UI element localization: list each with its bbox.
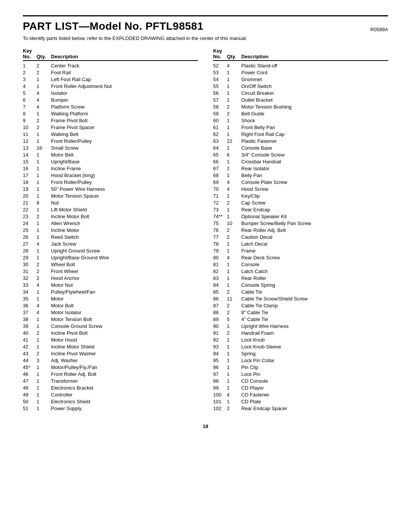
part-qty: 1	[227, 261, 241, 268]
part-qty: 1	[37, 152, 51, 158]
part-qty: 2	[37, 268, 51, 275]
part-qty: 1	[227, 69, 241, 76]
part-description: Console Spring	[241, 282, 388, 289]
part-description: Console Plate Screw	[241, 179, 388, 186]
part-description: Rear Endcap Spacer	[241, 405, 388, 412]
part-description: Power Cord	[241, 69, 388, 76]
part-number: 63	[213, 138, 227, 145]
part-qty: 1	[37, 138, 51, 145]
part-qty: 1	[227, 248, 241, 254]
part-qty: 1	[37, 158, 51, 165]
part-qty: 4	[37, 282, 51, 289]
part-description: Motor Tension Spacer	[51, 193, 198, 200]
part-qty: 1	[37, 296, 51, 302]
part-description: Reed Switch	[51, 234, 198, 241]
part-qty: 1	[227, 357, 241, 364]
part-description: Wheel Bolt	[51, 261, 198, 268]
part-number: 73	[213, 206, 227, 213]
part-number: 16	[23, 165, 37, 172]
right-col-header-row: No. Qty. Description	[213, 54, 388, 61]
part-description: Belly Pan	[241, 172, 388, 179]
table-row: 31Left Foot Rail Cap	[23, 76, 198, 83]
part-description: Motor Belt	[51, 152, 198, 158]
part-number: 39	[23, 323, 37, 330]
part-number: 24	[23, 220, 37, 227]
part-number: 59	[213, 110, 227, 117]
part-number: 36	[23, 302, 37, 309]
part-description: Rear Isolator	[241, 165, 388, 172]
part-qty: 1	[227, 172, 241, 179]
table-row: 961Pin Clip	[213, 364, 388, 371]
part-number: 72	[213, 200, 227, 206]
part-description: Latch Decal	[241, 241, 388, 248]
part-qty: 1	[37, 385, 51, 391]
part-description: Nut	[51, 200, 198, 206]
part-qty: 2	[37, 350, 51, 357]
table-row: 704Hood Screw	[213, 186, 388, 193]
part-number: 69	[213, 179, 227, 186]
part-description: Motor Tension Bolt	[51, 316, 198, 323]
part-number: 37	[23, 309, 37, 316]
table-row: 22Foot Rail	[23, 69, 198, 76]
table-row: 531Power Cord	[213, 69, 388, 76]
part-number: 65	[213, 152, 227, 158]
right-col-no: No.	[213, 54, 227, 59]
part-number: 46	[23, 371, 37, 378]
part-qty: 1	[37, 254, 51, 261]
part-qty: 2	[227, 227, 241, 234]
part-description: Handrail Foam	[241, 330, 388, 337]
part-description: Upright/Base	[51, 158, 198, 165]
part-description: Front Roller/Pulley	[51, 179, 198, 186]
table-row: 54Isolator	[23, 90, 198, 97]
table-row: 561Circuit Breaker	[213, 90, 388, 97]
part-number: 82	[213, 268, 227, 275]
part-description: Optional Speaker Kit	[241, 213, 388, 220]
part-qty: 1	[37, 391, 51, 398]
part-description: Cap Screw	[241, 200, 388, 206]
page-title: PART LIST—Model No. PFTL98581	[23, 20, 203, 32]
part-description: Frame	[241, 248, 388, 254]
part-qty: 1	[37, 343, 51, 350]
part-number: 97	[213, 371, 227, 378]
part-qty: 1	[227, 268, 241, 275]
table-row: 731Rear Endcap	[213, 206, 388, 213]
part-qty: 16	[37, 145, 51, 152]
table-row: 571Outlet Bracket	[213, 97, 388, 104]
part-qty: 2	[227, 200, 241, 206]
table-row: 421Incline Motor Shield	[23, 343, 198, 350]
page-footer: 18	[23, 423, 388, 429]
part-description: Walking Belt	[51, 131, 198, 138]
part-qty: 1	[227, 323, 241, 330]
part-description: Electronics Shield	[51, 398, 198, 405]
part-number: 94	[213, 350, 227, 357]
part-number: 28	[23, 248, 37, 254]
part-qty: 2	[37, 124, 51, 131]
part-description: Incline Motor Bolt	[51, 213, 198, 220]
part-qty: 4	[37, 97, 51, 104]
part-number: 101	[213, 398, 227, 405]
part-number: 68	[213, 172, 227, 179]
part-qty: 2	[37, 330, 51, 337]
right-col-desc: Description	[241, 54, 388, 59]
part-number: 11	[23, 131, 37, 138]
part-description: Bumper	[51, 97, 198, 104]
part-qty: 1	[37, 337, 51, 343]
part-qty: 2	[227, 104, 241, 110]
table-row: 274Jack Screw	[23, 241, 198, 248]
part-qty: 1	[227, 83, 241, 90]
part-description: Cable Tie Screw/Shield Screw	[241, 296, 388, 302]
part-description: Lift Motor Shield	[51, 206, 198, 213]
part-description: Frame Pivot Bolt	[51, 117, 198, 124]
part-qty: 4	[37, 104, 51, 110]
table-row: 511Power Supply	[23, 405, 198, 412]
table-row: 281Upright Ground Screw	[23, 248, 198, 254]
part-number: 96	[213, 364, 227, 371]
part-number: 31	[23, 268, 37, 275]
part-description: CD Plate	[241, 398, 388, 405]
table-row: 6322Plastic Fastener	[213, 138, 388, 145]
part-qty: 2	[37, 117, 51, 124]
table-row: 931Lock Knob Sleeve	[213, 343, 388, 350]
part-qty: 1	[227, 350, 241, 357]
part-description: 3/4" Console Screw	[241, 152, 388, 158]
left-col-qty: Qty.	[37, 54, 51, 59]
